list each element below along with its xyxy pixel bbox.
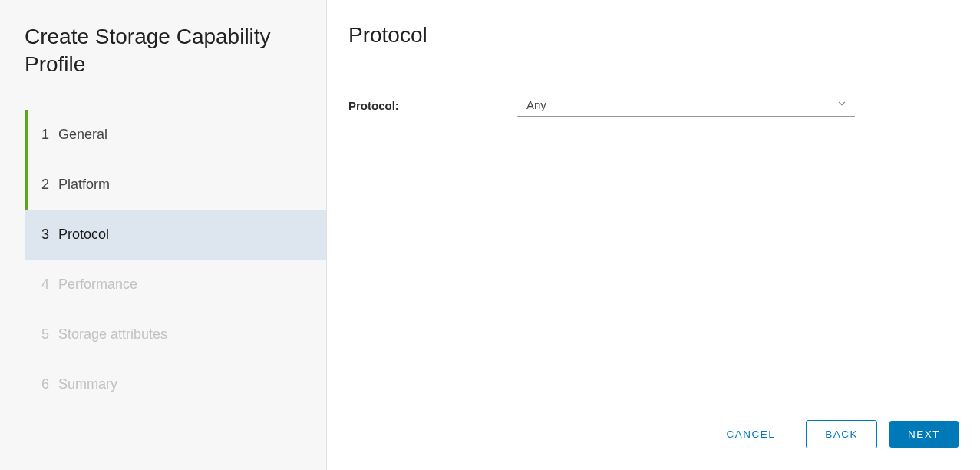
wizard-step-storage-attributes[interactable]: 5 Storage attributes — [25, 309, 326, 359]
step-number: 2 — [41, 177, 49, 193]
cancel-button[interactable]: CANCEL — [708, 421, 794, 448]
wizard-step-general[interactable]: 1 General — [25, 110, 326, 160]
protocol-row: Protocol: Any — [348, 94, 959, 117]
step-label: General — [58, 127, 107, 143]
step-label: Platform — [58, 177, 110, 193]
step-label: Performance — [58, 276, 137, 293]
step-number: 3 — [41, 227, 49, 243]
protocol-select-value: Any — [517, 94, 855, 116]
main-content: Protocol Protocol: Any CANCEL BACK NEXT — [327, 0, 980, 470]
page-title: Protocol — [348, 23, 959, 48]
step-number: 4 — [41, 276, 49, 293]
back-button[interactable]: BACK — [806, 420, 877, 448]
protocol-select[interactable]: Any — [517, 94, 855, 117]
step-number: 1 — [41, 127, 49, 143]
step-number: 6 — [41, 376, 49, 392]
next-button[interactable]: NEXT — [889, 421, 959, 448]
wizard-title: Create Storage Capability Profile — [25, 23, 326, 79]
step-number: 5 — [41, 326, 49, 343]
step-label: Protocol — [58, 227, 109, 243]
step-label: Summary — [58, 376, 117, 392]
wizard-step-protocol[interactable]: 3 Protocol — [25, 210, 326, 260]
wizard-step-performance[interactable]: 4 Performance — [25, 260, 326, 309]
wizard-step-summary[interactable]: 6 Summary — [25, 359, 326, 409]
protocol-label: Protocol: — [348, 99, 517, 112]
wizard-steps: 1 General 2 Platform 3 Protocol 4 Perfor… — [25, 110, 326, 409]
wizard-sidebar: Create Storage Capability Profile 1 Gene… — [0, 0, 327, 470]
step-label: Storage attributes — [58, 326, 167, 343]
wizard-step-platform[interactable]: 2 Platform — [25, 160, 326, 210]
wizard-footer: CANCEL BACK NEXT — [348, 420, 959, 448]
